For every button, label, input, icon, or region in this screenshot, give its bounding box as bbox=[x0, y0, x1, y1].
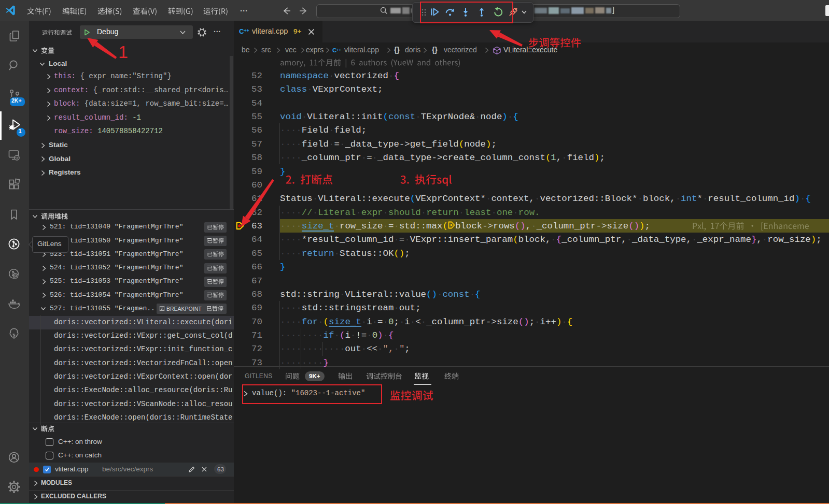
svg-text:C: C bbox=[239, 27, 244, 35]
svg-text:++: ++ bbox=[244, 28, 249, 33]
svg-text:++: ++ bbox=[336, 48, 341, 52]
